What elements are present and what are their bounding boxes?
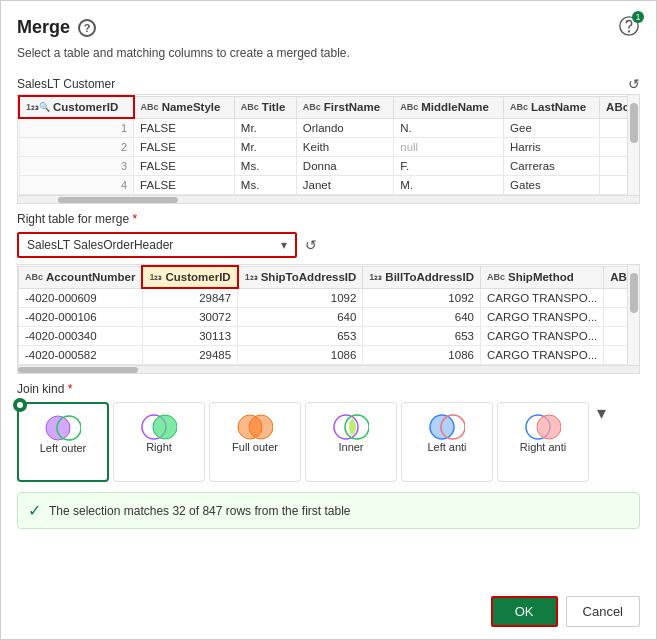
cell-middlename-4: M. — [394, 176, 504, 195]
right-icon — [141, 413, 177, 441]
help-icon[interactable]: ? — [78, 19, 96, 37]
col-header-lastname[interactable]: ABcLastName — [504, 96, 600, 118]
col-header-customerid[interactable]: 1₂₃🔍 CustomerID — [19, 96, 134, 118]
notification-badge: 1 — [632, 11, 644, 23]
col-header-title[interactable]: ABcTitle — [234, 96, 296, 118]
svg-point-1 — [629, 31, 630, 32]
cell-billtoaddr-2: 640 — [363, 308, 481, 327]
right-anti-icon — [525, 413, 561, 441]
cell-lastname-4: Gates — [504, 176, 600, 195]
top-table-hscroll-thumb — [58, 197, 178, 203]
cell-firstname-4: Janet — [296, 176, 393, 195]
col-header-accountnumber[interactable]: ABcAccountNumber — [19, 266, 143, 288]
cancel-button[interactable]: Cancel — [566, 596, 640, 627]
svg-point-5 — [153, 415, 177, 439]
cell-lastname-2: Harris — [504, 138, 600, 157]
col-label-shipmethod: ShipMethod — [508, 271, 574, 283]
bottom-table-scroll[interactable]: ABcAccountNumber 1₂₃CustomerID 1₂₃ShipTo… — [18, 265, 639, 365]
cell-namestyle-3: FALSE — [134, 157, 235, 176]
top-table-container: 1₂₃🔍 CustomerID ABcNameStyle ABcTitle AB… — [17, 94, 640, 196]
cell-middlename-3: F. — [394, 157, 504, 176]
more-options[interactable]: ▾ — [593, 402, 606, 424]
join-option-label-left-outer: Left outer — [40, 442, 86, 454]
footer: OK Cancel — [1, 588, 656, 639]
table-row: -4020-000106 30072 640 640 CARGO TRANSPO… — [19, 308, 640, 327]
match-text-static: The selection matches 32 of 847 rows fro… — [49, 504, 298, 518]
bottom-table-vscroll[interactable] — [627, 265, 639, 365]
hint-icon[interactable]: 1 — [618, 15, 640, 40]
row-num-2: 2 — [19, 138, 134, 157]
chevron-down-icon: ▾ — [597, 402, 606, 424]
svg-point-13 — [537, 415, 561, 439]
top-table-header: SalesLT Customer ↺ — [1, 70, 656, 94]
col-type-accountnumber: ABc — [25, 272, 43, 282]
right-table-label-text: Right table for merge — [17, 212, 129, 226]
dropdown-value: SalesLT SalesOrderHeader — [27, 238, 173, 252]
cell-title-1: Mr. — [234, 118, 296, 138]
col-header-shipmethod[interactable]: ABcShipMethod — [480, 266, 603, 288]
cell-customerid-b1: 29847 — [142, 288, 237, 308]
join-option-left-outer[interactable]: Left outer — [17, 402, 109, 482]
full-outer-icon — [237, 413, 273, 441]
table-row: -4020-000340 30113 653 653 CARGO TRANSPO… — [19, 327, 640, 346]
cell-middlename-1: N. — [394, 118, 504, 138]
merge-dialog: Merge ? 1 Select a table and matching co… — [0, 0, 657, 640]
title-row: Merge ? — [17, 17, 96, 38]
col-label-customerid-bottom: CustomerID — [165, 271, 230, 283]
svg-point-2 — [46, 416, 70, 440]
col-header-shiptoaddressid[interactable]: 1₂₃ShipToAddressID — [238, 266, 363, 288]
cell-lastname-3: Carreras — [504, 157, 600, 176]
right-table-dropdown[interactable]: SalesLT SalesOrderHeader ▾ — [17, 232, 297, 258]
col-header-billtoaddressid[interactable]: 1₂₃BillToAddressID — [363, 266, 481, 288]
join-option-full-outer[interactable]: Full outer — [209, 402, 301, 482]
join-option-left-anti[interactable]: Left anti — [401, 402, 493, 482]
svg-point-9 — [345, 415, 369, 439]
dialog-subtitle: Select a table and matching columns to c… — [1, 44, 656, 70]
refresh-icon-bottom[interactable]: ↺ — [305, 237, 317, 253]
cell-title-4: Ms. — [234, 176, 296, 195]
bottom-table-container: ABcAccountNumber 1₂₃CustomerID 1₂₃ShipTo… — [17, 264, 640, 366]
col-type-billtoaddressid: 1₂₃ — [369, 272, 382, 282]
chevron-down-icon: ▾ — [281, 238, 287, 252]
col-type-customerid-bottom: 1₂₃ — [149, 272, 162, 282]
cell-account-4: -4020-000582 — [19, 346, 143, 365]
col-label-customerid: CustomerID — [53, 101, 118, 113]
col-type-lastname: ABc — [510, 102, 528, 112]
col-label-accountnumber: AccountNumber — [46, 271, 135, 283]
cell-customerid-b3: 30113 — [142, 327, 237, 346]
top-table-hscroll[interactable] — [17, 196, 640, 204]
join-option-inner[interactable]: Inner — [305, 402, 397, 482]
cell-billtoaddr-1: 1092 — [363, 288, 481, 308]
table-row: -4020-000609 29847 1092 1092 CARGO TRANS… — [19, 288, 640, 308]
cell-shipmethod-1: CARGO TRANSPO... — [480, 288, 603, 308]
top-table-scroll[interactable]: 1₂₃🔍 CustomerID ABcNameStyle ABcTitle AB… — [18, 95, 639, 195]
table-row: -4020-000582 29485 1086 1086 CARGO TRANS… — [19, 346, 640, 365]
bottom-table: ABcAccountNumber 1₂₃CustomerID 1₂₃ShipTo… — [18, 265, 639, 365]
cell-firstname-3: Donna — [296, 157, 393, 176]
refresh-icon[interactable]: ↺ — [628, 76, 640, 92]
active-radio — [13, 398, 27, 412]
top-table-vscroll-thumb — [630, 103, 638, 143]
col-label-more: ABc — [606, 101, 629, 113]
join-options-container: Left outer Right — [17, 402, 640, 482]
bottom-table-hscroll[interactable] — [17, 366, 640, 374]
cell-shiptoaddr-4: 1086 — [238, 346, 363, 365]
required-marker-right: * — [132, 212, 137, 226]
cell-shiptoaddr-2: 640 — [238, 308, 363, 327]
join-option-right-anti[interactable]: Right anti — [497, 402, 589, 482]
cell-title-3: Ms. — [234, 157, 296, 176]
cell-account-1: -4020-000609 — [19, 288, 143, 308]
col-header-customerid-bottom[interactable]: 1₂₃CustomerID — [142, 266, 237, 288]
col-label-billtoaddressid: BillToAddressID — [385, 271, 474, 283]
join-option-label-inner: Inner — [338, 441, 363, 453]
col-header-firstname[interactable]: ABcFirstName — [296, 96, 393, 118]
col-header-namestyle[interactable]: ABcNameStyle — [134, 96, 235, 118]
col-header-middlename[interactable]: ABcMiddleName — [394, 96, 504, 118]
cell-account-2: -4020-000106 — [19, 308, 143, 327]
table-row: 4 FALSE Ms. Janet M. Gates — [19, 176, 639, 195]
join-option-right[interactable]: Right — [113, 402, 205, 482]
cell-billtoaddr-3: 653 — [363, 327, 481, 346]
ok-button[interactable]: OK — [491, 596, 558, 627]
top-table-vscroll[interactable] — [627, 95, 639, 195]
join-kind-section: Join kind * Left outer — [1, 374, 656, 486]
